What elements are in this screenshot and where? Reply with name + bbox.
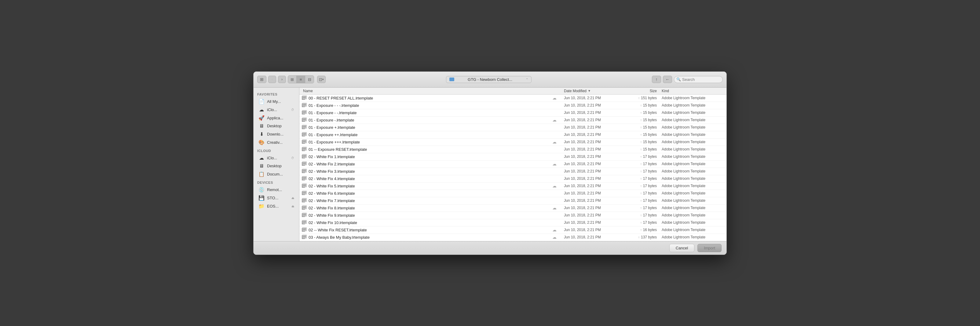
- sidebar-item-desktop[interactable]: 🖥 Desktop: [255, 122, 298, 130]
- size-arrow-icon: ↑: [640, 192, 642, 195]
- import-button[interactable]: Import: [697, 244, 722, 252]
- table-row[interactable]: 02 -- White Fix RESET.lrtemplate ☁ Jun 1…: [299, 226, 727, 234]
- file-icon: [302, 206, 307, 210]
- file-icon: [302, 103, 307, 108]
- cancel-button[interactable]: Cancel: [669, 244, 694, 252]
- file-size-cell: ↑ 17 bytes: [629, 155, 659, 159]
- table-row[interactable]: 02 - White Fix 2.lrtemplate ☁ Jun 10, 20…: [299, 161, 727, 168]
- sidebar-item-label: Desktop: [267, 164, 294, 168]
- file-name-cell: 02 - White Fix 7.lrtemplate: [299, 198, 562, 203]
- sidebar-item-all-my-files[interactable]: 📄 All My...: [255, 97, 298, 106]
- file-kind-cell: Adobe Lightroom Template: [659, 125, 727, 130]
- table-row[interactable]: 02 - White Fix 9.lrtemplate Jun 10, 2018…: [299, 212, 727, 219]
- file-size-cell: ↑ 17 bytes: [629, 176, 659, 181]
- file-name-text: 01 -- Exposure RESET.lrtemplate: [309, 147, 367, 152]
- sto-icon: 💾: [258, 195, 264, 201]
- action-button[interactable]: ←: [663, 76, 672, 83]
- file-size-cell: ↑ 15 bytes: [629, 125, 659, 130]
- table-row[interactable]: 01 - Exposure - -.lrtemplate Jun 10, 201…: [299, 109, 727, 117]
- table-row[interactable]: 01 - Exposure +++.lrtemplate ☁ Jun 10, 2…: [299, 139, 727, 146]
- sidebar-item-eos[interactable]: 📁 EOS... ⏏: [255, 202, 298, 210]
- table-row[interactable]: 01 - Exposure +.lrtemplate Jun 10, 2018,…: [299, 124, 727, 131]
- forward-button[interactable]: ›: [278, 76, 286, 83]
- size-arrow-icon: ↑: [640, 221, 642, 224]
- file-date-cell: Jun 10, 2018, 2:21 PM: [562, 220, 629, 225]
- file-kind-cell: Adobe Lightroom Template: [659, 191, 727, 195]
- file-kind-cell: Adobe Lightroom Template: [659, 162, 727, 166]
- file-size-cell: ↑ 15 bytes: [629, 140, 659, 144]
- file-name-text: 02 - White Fix 1.lrtemplate: [309, 155, 355, 159]
- sidebar-toggle-button[interactable]: ⊞: [257, 76, 266, 83]
- file-name-text: 02 - White Fix 9.lrtemplate: [309, 213, 355, 218]
- file-icon: [302, 154, 307, 159]
- table-row[interactable]: 00 - RESET PRESET ALL.lrtemplate ☁ Jun 1…: [299, 95, 727, 102]
- search-input[interactable]: [674, 76, 723, 83]
- columns-icon: ⊟: [308, 77, 311, 82]
- sidebar-item-label: Creativ...: [267, 140, 294, 145]
- table-row[interactable]: 01 - Exposure ++.lrtemplate Jun 10, 2018…: [299, 131, 727, 139]
- table-row[interactable]: 01 - Exposure -.lrtemplate ☁ Jun 10, 201…: [299, 117, 727, 124]
- file-size-cell: ↑ 16 bytes: [629, 228, 659, 232]
- view-buttons: ⊞ ≡ ⊟: [288, 75, 314, 83]
- table-row[interactable]: 02 - White Fix 6.lrtemplate Jun 10, 2018…: [299, 190, 727, 197]
- file-name-text: 01 - Exposure -.lrtemplate: [309, 118, 354, 122]
- back-button[interactable]: ‹: [268, 76, 276, 83]
- table-row[interactable]: 02 - White Fix 3.lrtemplate Jun 10, 2018…: [299, 168, 727, 175]
- column-header-name[interactable]: Name: [299, 89, 562, 93]
- table-row[interactable]: 02 - White Fix 4.lrtemplate Jun 10, 2018…: [299, 175, 727, 182]
- table-row[interactable]: 02 - White Fix 8.lrtemplate ☁ Jun 10, 20…: [299, 204, 727, 212]
- cloud-icon: ☁: [552, 228, 559, 232]
- sidebar-item-icloud-drive2[interactable]: ☁ iClo... ⏱: [255, 154, 298, 162]
- icon-view-button[interactable]: ⊞: [288, 76, 297, 83]
- gallery-view-button[interactable]: ⊡ ▾: [317, 76, 326, 83]
- file-list: Name Date Modified ▼ Size Kind: [299, 88, 727, 241]
- column-header-date[interactable]: Date Modified ▼: [562, 89, 629, 93]
- sidebar-item-downloads[interactable]: ⬇ Downlo...: [255, 130, 298, 138]
- size-arrow-icon: ↑: [640, 228, 642, 232]
- location-bar[interactable]: GTG - Newborn Collect... ⌃: [446, 76, 531, 83]
- sidebar: Favorites 📄 All My... ☁ iClo... ⏱ 🚀 Appl…: [253, 88, 299, 241]
- table-row[interactable]: 02 - White Fix 5.lrtemplate ☁ Jun 10, 20…: [299, 182, 727, 190]
- sidebar-item-remote[interactable]: 💿 Remot...: [255, 185, 298, 194]
- file-kind-cell: Adobe Lightroom Template: [659, 96, 727, 100]
- share-button[interactable]: ↑: [652, 76, 661, 83]
- content-area: Favorites 📄 All My... ☁ iClo... ⏱ 🚀 Appl…: [253, 88, 727, 241]
- sidebar-item-desktop2[interactable]: 🖥 Desktop: [255, 162, 298, 170]
- sidebar-item-sto[interactable]: 💾 STO... ⏏: [255, 194, 298, 202]
- file-kind-cell: Adobe Lightroom Template: [659, 103, 727, 108]
- file-icon: [302, 110, 307, 116]
- file-date-cell: Jun 10, 2018, 2:21 PM: [562, 198, 629, 203]
- cloud-icon: ☁: [552, 161, 559, 166]
- file-date-cell: Jun 10, 2018, 2:21 PM: [562, 133, 629, 137]
- sto-badge: ⏏: [291, 196, 294, 199]
- table-row[interactable]: 01 - Exposure - - -.lrtemplate Jun 10, 2…: [299, 102, 727, 109]
- table-row[interactable]: 01 -- Exposure RESET.lrtemplate Jun 10, …: [299, 146, 727, 153]
- file-date-cell: Jun 10, 2018, 2:21 PM: [562, 103, 629, 108]
- table-row[interactable]: 02 - White Fix 10.lrtemplate Jun 10, 201…: [299, 219, 727, 226]
- documents-icon: 📋: [258, 171, 264, 177]
- icloud2-badge: ⏱: [291, 156, 294, 160]
- size-arrow-icon: ↑: [640, 133, 642, 136]
- creative-icon: 🎨: [258, 139, 264, 145]
- file-name-text: 02 - White Fix 4.lrtemplate: [309, 176, 355, 181]
- sidebar-item-documents[interactable]: 📋 Docum...: [255, 170, 298, 178]
- all-my-files-icon: 📄: [258, 98, 264, 104]
- file-name-cell: 02 - White Fix 2.lrtemplate ☁: [299, 161, 562, 167]
- file-name-cell: 02 - White Fix 8.lrtemplate ☁: [299, 206, 562, 210]
- location-chevron-icon: ⌃: [526, 78, 528, 81]
- size-arrow-icon: ↑: [640, 126, 642, 129]
- column-view-button[interactable]: ⊟: [305, 76, 314, 83]
- sidebar-item-icloud-drive[interactable]: ☁ iClo... ⏱: [255, 106, 298, 114]
- table-row[interactable]: 03 - Always Be My Baby.lrtemplate ☁ Jun …: [299, 234, 727, 241]
- grid-icon: ⊞: [291, 77, 294, 82]
- column-header-kind[interactable]: Kind: [659, 89, 727, 93]
- column-header-size[interactable]: Size: [629, 89, 659, 93]
- table-row[interactable]: 02 - White Fix 7.lrtemplate Jun 10, 2018…: [299, 197, 727, 204]
- sidebar-item-applications[interactable]: 🚀 Applica...: [255, 114, 298, 122]
- table-row[interactable]: 02 - White Fix 1.lrtemplate Jun 10, 2018…: [299, 153, 727, 161]
- eos-badge: ⏏: [291, 204, 294, 208]
- sidebar-item-creative[interactable]: 🎨 Creativ...: [255, 138, 298, 147]
- file-kind-cell: Adobe Lightroom Template: [659, 206, 727, 210]
- list-view-button[interactable]: ≡: [297, 76, 305, 83]
- file-date-cell: Jun 10, 2018, 2:21 PM: [562, 118, 629, 122]
